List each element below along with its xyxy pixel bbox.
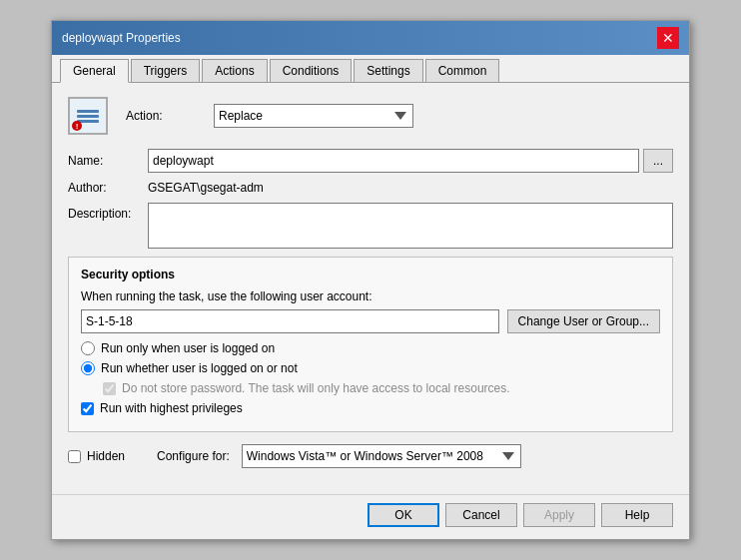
security-title: Security options bbox=[81, 268, 660, 281]
description-label: Description: bbox=[68, 203, 148, 221]
checkbox-privileges-row: Run with highest privileges bbox=[81, 401, 660, 415]
footer-row: Hidden Configure for: Windows Vista™ or … bbox=[68, 444, 673, 468]
tab-general[interactable]: General bbox=[60, 59, 129, 83]
tab-settings[interactable]: Settings bbox=[354, 59, 422, 82]
configure-select[interactable]: Windows Vista™ or Windows Server™ 2008 bbox=[242, 444, 521, 468]
dialog-title: deploywapt Properties bbox=[62, 31, 181, 45]
cancel-button[interactable]: Cancel bbox=[445, 503, 517, 527]
change-user-group-button[interactable]: Change User or Group... bbox=[507, 309, 660, 333]
tab-content: ! Action: Replace Name: ... Author: bbox=[52, 83, 689, 494]
dialog-window: deploywapt Properties ✕ General Triggers… bbox=[51, 20, 690, 540]
checkbox-password-row: Do not store password. The task will onl… bbox=[103, 381, 660, 395]
tab-common[interactable]: Common bbox=[425, 59, 500, 82]
author-row: Author: GSEGAT\gsegat-adm bbox=[68, 181, 673, 195]
checkbox-password[interactable] bbox=[103, 382, 116, 395]
action-field-row: Action: Replace bbox=[126, 104, 673, 128]
name-input[interactable] bbox=[148, 149, 639, 173]
description-row: Description: bbox=[68, 203, 673, 249]
tab-actions[interactable]: Actions bbox=[202, 59, 267, 82]
checkbox-hidden[interactable] bbox=[68, 450, 81, 463]
radio-logged-on[interactable] bbox=[81, 341, 95, 355]
checkbox-highest-privileges[interactable] bbox=[81, 402, 94, 415]
author-value: GSEGAT\gsegat-adm bbox=[148, 181, 264, 195]
close-button[interactable]: ✕ bbox=[657, 27, 679, 49]
name-label: Name: bbox=[68, 154, 148, 168]
checkbox-privileges-label: Run with highest privileges bbox=[100, 401, 243, 415]
dialog-buttons: OK Cancel Apply Help bbox=[52, 494, 689, 539]
title-bar: deploywapt Properties ✕ bbox=[52, 21, 689, 55]
action-select[interactable]: Replace bbox=[214, 104, 413, 128]
name-ellipsis-button[interactable]: ... bbox=[643, 149, 673, 173]
when-running-label: When running the task, use the following… bbox=[81, 289, 660, 303]
tab-conditions[interactable]: Conditions bbox=[270, 59, 353, 82]
checkbox-password-label: Do not store password. The task will onl… bbox=[122, 381, 510, 395]
user-account-input[interactable] bbox=[81, 309, 499, 333]
name-row: Name: ... bbox=[68, 149, 673, 173]
radio-whether-logged-label: Run whether user is logged on or not bbox=[101, 361, 298, 375]
ok-button[interactable]: OK bbox=[368, 503, 439, 527]
hidden-label: Hidden bbox=[87, 449, 125, 463]
author-label: Author: bbox=[68, 181, 148, 195]
task-icon: ! bbox=[68, 97, 108, 135]
user-account-row: Change User or Group... bbox=[81, 309, 660, 333]
help-button[interactable]: Help bbox=[601, 503, 673, 527]
tab-bar: General Triggers Actions Conditions Sett… bbox=[52, 55, 689, 83]
radio-whether-logged[interactable] bbox=[81, 361, 95, 375]
action-label: Action: bbox=[126, 109, 206, 123]
configure-label: Configure for: bbox=[157, 449, 230, 463]
radio-whether-logged-row: Run whether user is logged on or not bbox=[81, 361, 660, 375]
radio-logged-on-label: Run only when user is logged on bbox=[101, 341, 275, 355]
action-row: ! Action: Replace bbox=[68, 97, 673, 139]
security-section: Security options When running the task, … bbox=[68, 257, 673, 432]
apply-button[interactable]: Apply bbox=[523, 503, 595, 527]
tab-triggers[interactable]: Triggers bbox=[131, 59, 201, 82]
description-input[interactable] bbox=[148, 203, 673, 249]
radio-logged-on-row: Run only when user is logged on bbox=[81, 341, 660, 355]
